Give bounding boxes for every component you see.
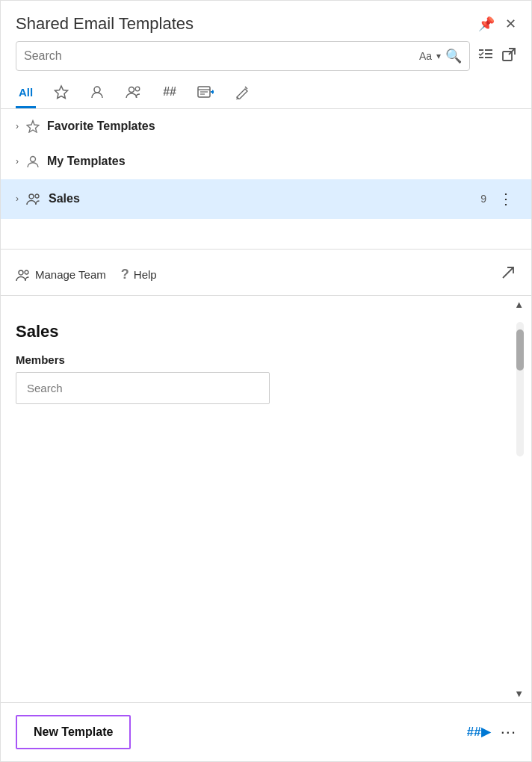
svg-point-22 [25, 270, 28, 274]
members-search-input[interactable] [16, 372, 270, 404]
main-panel: Shared Email Templates 📌 ✕ Aa ▾ 🔍 [0, 0, 532, 762]
app-title: Shared Email Templates [16, 14, 194, 34]
template-list: › Favorite Templates › My Templates › [1, 109, 531, 219]
pin-icon[interactable]: 📌 [478, 16, 495, 32]
svg-marker-17 [27, 121, 39, 133]
sales-badge: 9 [480, 193, 486, 205]
svg-point-8 [94, 87, 100, 93]
footer-icons: ##▶ ··· [467, 722, 516, 742]
hash-tag-icon[interactable]: ##▶ [467, 725, 490, 740]
scroll-down-area: ▼ [1, 688, 531, 702]
font-size-label: Aa [419, 50, 432, 62]
edit-icon [235, 84, 250, 99]
lower-section: ▲ Sales Members ▼ New Template ##▶ [1, 295, 531, 761]
hash-label: ## [163, 85, 176, 99]
chevron-right-icon: › [16, 121, 19, 131]
list-item[interactable]: › Favorite Templates [1, 109, 531, 144]
manage-team-icon [16, 268, 31, 282]
header: Shared Email Templates 📌 ✕ [1, 1, 531, 41]
chevron-right-icon: › [16, 193, 19, 204]
expand-icon[interactable] [500, 264, 516, 285]
divider [1, 249, 531, 250]
sales-label: Sales [49, 192, 480, 205]
svg-point-21 [19, 270, 23, 275]
footer: New Template ##▶ ··· [1, 702, 531, 761]
svg-marker-15 [212, 90, 214, 94]
list-item[interactable]: › Sales 9 ⋮ [1, 179, 531, 219]
svg-marker-7 [55, 86, 68, 99]
tab-my[interactable] [87, 78, 108, 109]
filter-list-icon[interactable] [477, 46, 494, 66]
bottom-actions: Manage Team ? Help [1, 257, 531, 295]
scroll-up-icon[interactable]: ▲ [514, 299, 524, 310]
tab-hash[interactable]: ## [160, 79, 179, 108]
scroll-up-area: ▲ [1, 296, 531, 310]
person-icon [90, 84, 105, 99]
tab-team[interactable] [123, 78, 145, 109]
search-chevron-icon[interactable]: ▾ [436, 51, 441, 61]
help-label: Help [134, 268, 157, 281]
tab-scheduled[interactable] [194, 78, 217, 109]
manage-team-button[interactable]: Manage Team [16, 268, 106, 282]
close-icon[interactable]: ✕ [505, 16, 516, 32]
svg-line-23 [503, 267, 513, 278]
more-menu-icon[interactable]: ⋮ [495, 190, 516, 208]
favorite-templates-label: Favorite Templates [47, 120, 516, 133]
person-icon [26, 155, 40, 168]
tab-all[interactable]: All [16, 80, 36, 108]
spacer [1, 219, 531, 241]
chevron-right-icon: › [16, 156, 19, 167]
help-button[interactable]: ? Help [121, 267, 157, 282]
team-icon [126, 84, 142, 99]
search-input[interactable] [24, 49, 419, 63]
new-template-button[interactable]: New Template [16, 715, 131, 749]
tab-all-label: All [19, 86, 33, 99]
lower-section-title: Sales [16, 322, 516, 341]
more-options-icon[interactable]: ··· [501, 722, 516, 742]
scrollbar-thumb[interactable] [516, 329, 524, 371]
search-bar: Aa ▾ 🔍 [16, 41, 470, 71]
tab-favorites[interactable] [51, 78, 72, 109]
search-button[interactable]: 🔍 [445, 48, 462, 64]
header-icons: 📌 ✕ [478, 16, 516, 32]
tab-edit[interactable] [232, 78, 253, 109]
svg-point-19 [29, 194, 34, 199]
filter-tabs: All ## [1, 78, 531, 109]
manage-team-label: Manage Team [35, 268, 106, 281]
svg-point-10 [135, 87, 140, 91]
members-label: Members [16, 353, 516, 366]
star-icon [54, 84, 69, 99]
svg-point-9 [129, 87, 134, 93]
svg-point-20 [35, 194, 39, 198]
star-icon [26, 120, 40, 133]
team-icon [26, 192, 41, 205]
external-link-icon[interactable] [501, 47, 516, 66]
search-controls: Aa ▾ 🔍 [419, 48, 462, 64]
new-template-label: New Template [34, 725, 113, 738]
my-templates-label: My Templates [47, 155, 516, 168]
list-item[interactable]: › My Templates [1, 144, 531, 179]
scroll-down-icon[interactable]: ▼ [514, 688, 524, 699]
svg-point-18 [31, 157, 36, 162]
scheduled-icon [197, 84, 214, 99]
lower-scroll-area[interactable]: Sales Members [1, 310, 531, 688]
help-icon: ? [121, 267, 129, 282]
